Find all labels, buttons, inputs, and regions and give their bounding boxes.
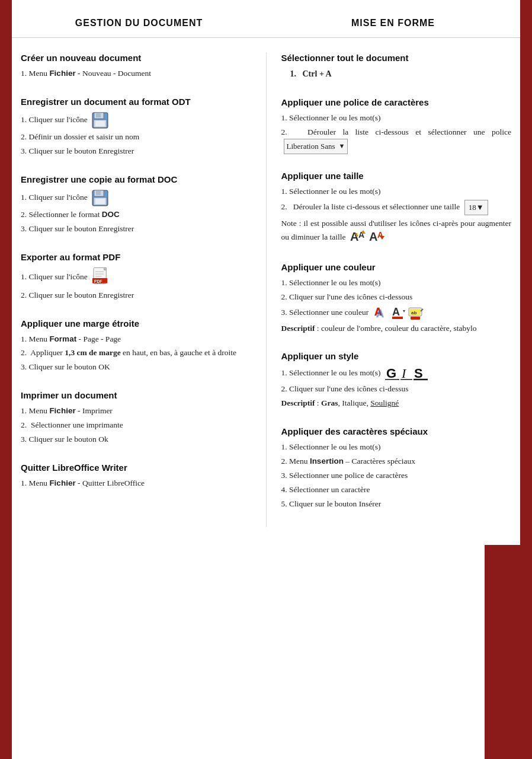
style-souligne: Souligné (370, 398, 399, 407)
step-style-desc: Descriptif : Gras, Italique, Souligné (281, 397, 512, 410)
menu-ref-format: Format (49, 334, 76, 343)
section-exporter-pdf: Exporter au format PDF 1. Cliquer sur l'… (21, 252, 251, 302)
step-odt-2: 2. Définir un dossier et saisir un nom (21, 131, 251, 143)
section-police-title: Appliquer une police de caractères (281, 97, 512, 107)
step-speciaux-3: 3. Sélectionner une police de caractères (281, 470, 512, 482)
step-nouveau-1: 1. Menu Fichier - Nouveau - Document (21, 68, 251, 80)
descriptif-label-couleur: Descriptif (281, 324, 315, 333)
highlight-icon: ab (408, 305, 424, 321)
section-enregistrer-doc-title: Enregistrer une copie au format DOC (21, 174, 251, 184)
left-header-title: GESTION DU DOCUMENT (75, 18, 203, 28)
svg-text:I: I (401, 366, 407, 381)
svg-rect-9 (95, 199, 105, 204)
step-odt-1: 1. Cliquer sur l'icône (21, 111, 251, 129)
section-speciaux: Appliquer des caractères spéciaux 1. Sél… (281, 426, 512, 511)
step-marge-3: 3. Cliquer sur le bouton OK (21, 361, 251, 374)
svg-text:A: A (369, 230, 377, 243)
section-marge: Appliquer une marge étroite 1. Menu Form… (21, 318, 251, 374)
header-right: MISE EN FORME (266, 12, 520, 37)
step-couleur-2: 2. Cliquer sur l'une des icônes ci-desso… (281, 291, 512, 304)
step-couleur-3: 3. Sélectionner une couleur A A A (281, 305, 512, 321)
step-police-1: 1. Sélectionner le ou les mot(s) (281, 112, 512, 125)
step-couleur-1: 1. Sélectionner le ou les mot(s) (281, 277, 512, 289)
increase-size-icon: A A (350, 230, 367, 245)
page-header: GESTION DU DOCUMENT MISE EN FORME (12, 12, 520, 38)
main-container: GESTION DU DOCUMENT MISE EN FORME Créer … (12, 0, 520, 545)
right-header-title: MISE EN FORME (351, 18, 435, 28)
step-style-1: 1. Sélectionner le ou les mot(s) G I S (281, 366, 512, 381)
menu-ref-insertion: Insertion (310, 457, 344, 465)
section-select-all-title: Sélectionner tout le document (281, 53, 512, 63)
descriptif-label-style: Descriptif (281, 398, 315, 407)
columns: Créer un nouveau document 1. Menu Fichie… (12, 53, 520, 527)
underline-icon: S (414, 366, 428, 381)
svg-text:A: A (350, 230, 358, 243)
format-doc: DOC (102, 210, 120, 219)
save-icon-doc (91, 189, 109, 207)
section-imprimer: Imprimer un document 1. Menu Fichier - I… (21, 390, 251, 446)
dropdown-arrow-font: ▼ (338, 141, 345, 151)
section-select-all: Sélectionner tout le document 1. Ctrl + … (281, 53, 512, 81)
step-doc-3: 3. Cliquer sur le bouton Enregistrer (21, 223, 251, 235)
pdf-icon: PDF (91, 267, 112, 288)
svg-rect-28 (392, 317, 403, 319)
step-imprimer-1: 1. Menu Fichier - Imprimer (21, 405, 251, 417)
step-taille-2: 2. Dérouler la liste ci-dessous et sélec… (281, 200, 512, 215)
step-imprimer-2: 2. Sélectionner une imprimante (21, 419, 251, 432)
section-imprimer-title: Imprimer un document (21, 390, 251, 400)
step-doc-2: 2. Sélectionner le format DOC (21, 209, 251, 221)
step-quitter-1: 1. Menu Fichier - Quitter LibreOffice (21, 477, 251, 490)
section-enregistrer-odt: Enregistrer un document au format ODT 1.… (21, 97, 251, 158)
section-quitter-title: Quitter LibreOffice Writer (21, 463, 251, 473)
svg-text:PDF: PDF (94, 279, 102, 283)
step-style-2: 2. Cliquer sur l'une des icônes ci-dessu… (281, 383, 512, 396)
right-column: Sélectionner tout le document 1. Ctrl + … (267, 53, 521, 527)
svg-marker-29 (403, 310, 405, 312)
size-change-icons: A A A A (350, 230, 386, 245)
svg-rect-32 (411, 317, 420, 320)
header-left: GESTION DU DOCUMENT (12, 12, 266, 37)
section-enregistrer-odt-title: Enregistrer un document au format ODT (21, 97, 251, 107)
section-style-title: Appliquer un style (281, 351, 512, 361)
size-dropdown[interactable]: 18 ▼ (464, 200, 488, 215)
style-gras: Gras (321, 398, 338, 407)
step-couleur-desc: Descriptif : couleur de l'ombre, couleur… (281, 323, 512, 335)
menu-ref-fichier: Fichier (49, 69, 75, 78)
font-dropdown[interactable]: Liberation Sans ▼ (284, 139, 348, 154)
shadow-color-icon: A A (373, 306, 389, 320)
svg-text:A: A (376, 308, 384, 320)
section-enregistrer-doc: Enregistrer une copie au format DOC 1. C… (21, 174, 251, 235)
marge-value: 1,3 cm de marge (65, 348, 120, 357)
step-marge-2: 2. Appliquer 1,3 cm de marge en haut, en… (21, 347, 251, 359)
section-police: Appliquer une police de caractères 1. Sé… (281, 97, 512, 154)
svg-text:ab: ab (411, 310, 416, 315)
bold-icon: G (385, 366, 399, 381)
step-pdf-2: 2. Cliquer sur le bouton Enregistrer (21, 289, 251, 302)
menu-ref-fichier-quitter: Fichier (49, 479, 75, 487)
step-police-2: 2. Dérouler la liste ci-dessous et sélec… (281, 126, 512, 154)
svg-text:A: A (392, 306, 400, 318)
decrease-size-icon: A A (369, 230, 386, 245)
save-icon-odt (91, 111, 109, 129)
step-speciaux-1: 1. Sélectionner le ou les mot(s) (281, 441, 512, 454)
step-speciaux-4: 4. Sélectionner un caractère (281, 484, 512, 496)
section-couleur: Appliquer une couleur 1. Sélectionner le… (281, 262, 512, 335)
section-marge-title: Appliquer une marge étroite (21, 318, 251, 329)
step-speciaux-2: 2. Menu Insertion – Caractères spéciaux (281, 455, 512, 468)
section-speciaux-title: Appliquer des caractères spéciaux (281, 426, 512, 436)
step-ctrl-a: 1. Ctrl + A (290, 68, 512, 81)
svg-text:G: G (386, 366, 396, 381)
step-odt-3: 3. Cliquer sur le bouton Enregistrer (21, 145, 251, 158)
left-column: Créer un nouveau document 1. Menu Fichie… (12, 53, 267, 527)
step-marge-1: 1. Menu Format - Page - Page (21, 333, 251, 346)
color-icons: A A A (373, 305, 424, 321)
menu-ref-fichier-imprimer: Fichier (49, 406, 75, 415)
svg-text:S: S (414, 366, 423, 381)
step-pdf-1: 1. Cliquer sur l'icône PDF (21, 267, 251, 288)
section-quitter: Quitter LibreOffice Writer 1. Menu Fichi… (21, 463, 251, 490)
step-speciaux-5: 5. Cliquer sur le bouton Insérer (281, 498, 512, 511)
svg-rect-7 (96, 190, 101, 195)
section-taille-title: Appliquer une taille (281, 171, 512, 181)
style-icons: G I S (385, 366, 428, 381)
step-imprimer-3: 3. Cliquer sur le bouton Ok (21, 433, 251, 446)
